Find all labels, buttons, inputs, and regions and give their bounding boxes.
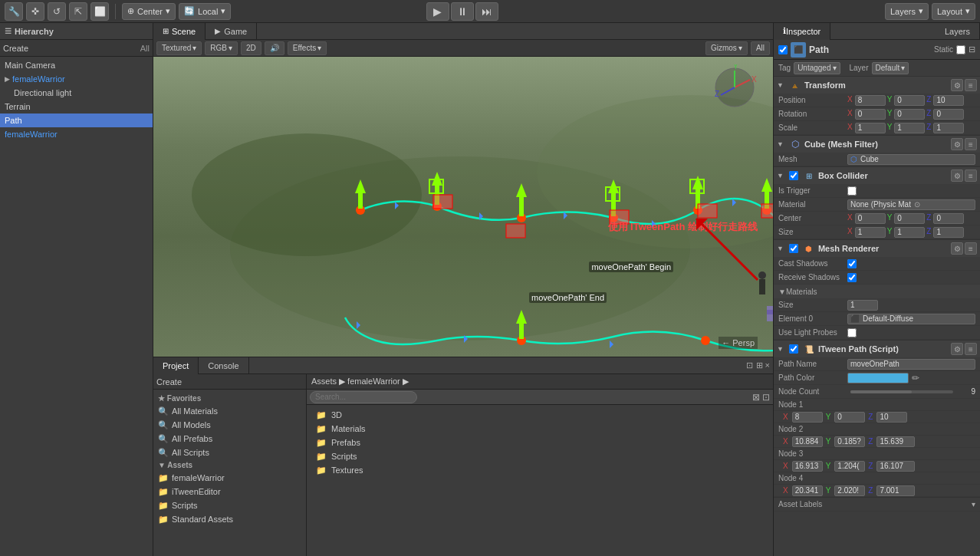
mesh-filter-header[interactable]: ▼ ⬡ Cube (Mesh Filter) ⚙ ≡	[774, 136, 980, 153]
game-tab[interactable]: ▶ Game	[206, 23, 257, 40]
project-item-all-prefabs[interactable]: 🔍 All Prefabs	[153, 432, 306, 446]
assets-item-textures[interactable]: 📁 Textures	[313, 463, 767, 477]
materials-size[interactable]: 1	[847, 300, 878, 311]
node1-z[interactable]: 10	[876, 412, 907, 423]
sz[interactable]: 1	[933, 227, 964, 238]
mesh-renderer-checkbox[interactable]	[789, 244, 798, 253]
receive-shadows-checkbox[interactable]	[847, 273, 857, 282]
node2-y[interactable]: 0.185?	[834, 436, 865, 447]
pause-button[interactable]: ⏸	[451, 2, 474, 21]
project-item-all-materials[interactable]: 🔍 All Materials	[153, 404, 306, 418]
all-btn[interactable]: All	[751, 41, 770, 55]
use-light-probes-checkbox[interactable]	[847, 328, 857, 337]
box-collider-checkbox[interactable]	[789, 171, 798, 180]
gizmos-btn[interactable]: Gizmos▾	[705, 41, 748, 55]
options-icon[interactable]: ⊟	[968, 44, 975, 54]
asset-labels-expand[interactable]: ▾	[972, 500, 975, 508]
hierarchy-item-directional-light[interactable]: Directional light	[0, 86, 153, 100]
node1-x[interactable]: 8	[792, 412, 823, 423]
node4-y[interactable]: 2.020!	[834, 485, 865, 496]
layout-dropdown[interactable]: Layout ▾	[932, 3, 975, 20]
sx[interactable]: 1	[855, 227, 886, 238]
audio-btn[interactable]: 🔊	[265, 41, 284, 55]
scale-tool[interactable]: ⇱	[69, 2, 87, 21]
assets-item-scripts[interactable]: 📁 Scripts	[313, 449, 767, 463]
mesh-filter-menu[interactable]: ≡	[965, 138, 977, 150]
node4-z[interactable]: 7.001	[876, 485, 915, 496]
project-item-itween-editor[interactable]: 📁 iTweenEditor	[153, 485, 306, 498]
console-tab[interactable]: Console	[199, 357, 248, 374]
mr-settings[interactable]: ⚙	[951, 242, 963, 255]
object-active-checkbox[interactable]	[778, 45, 788, 54]
node4-x[interactable]: 20.341	[792, 485, 823, 496]
hierarchy-item-female-warrior-parent[interactable]: ▶ femaleWarrior	[0, 72, 153, 86]
step-button[interactable]: ⏭	[475, 2, 498, 21]
project-item-scripts[interactable]: 📁 Scripts	[153, 498, 306, 512]
itween-header[interactable]: ▼ 📜 ITween Path (Script) ⚙ ≡	[774, 341, 980, 357]
rot-y[interactable]: 0	[894, 109, 925, 120]
transform-settings[interactable]: ⚙	[951, 79, 963, 91]
static-checkbox[interactable]	[956, 45, 965, 54]
hierarchy-item-path[interactable]: Path	[0, 114, 153, 127]
node3-y[interactable]: 1.204(	[834, 461, 865, 472]
node1-y[interactable]: 0	[834, 412, 865, 423]
textured-btn[interactable]: Textured▾	[156, 41, 202, 55]
mesh-renderer-header[interactable]: ▼ ⬢ Mesh Renderer ⚙ ≡	[774, 240, 980, 257]
layers-dropdown[interactable]: Layers ▾	[885, 3, 929, 20]
local-dropdown[interactable]: 🔄 Local ▾	[179, 3, 231, 20]
path-color-swatch[interactable]	[847, 373, 909, 383]
pos-y[interactable]: 0	[894, 95, 925, 106]
element0-value[interactable]: ⬛ Default-Diffuse	[847, 314, 975, 324]
itween-menu[interactable]: ≡	[965, 343, 977, 355]
hierarchy-item-main-camera[interactable]: Main Camera	[0, 58, 153, 72]
effects-btn[interactable]: Effects▾	[288, 41, 327, 55]
hierarchy-item-terrain[interactable]: Terrain	[0, 100, 153, 114]
scale-z[interactable]: 1	[933, 123, 964, 133]
layers-tab[interactable]: Layers	[936, 23, 980, 40]
tag-dropdown[interactable]: Untagged▾	[794, 62, 840, 74]
node-count-slider[interactable]	[850, 390, 953, 393]
layer-dropdown[interactable]: Default▾	[872, 62, 909, 74]
node2-z[interactable]: 15.639	[876, 436, 915, 447]
logo-btn[interactable]: 🔧	[5, 2, 23, 21]
node3-z[interactable]: 16.107	[876, 461, 915, 472]
rot-x[interactable]: 0	[855, 109, 886, 120]
project-icons[interactable]: ⊡ ⊞ ×	[746, 360, 770, 370]
cy[interactable]: 0	[894, 213, 925, 224]
assets-item-3d[interactable]: 📁 3D	[313, 408, 767, 422]
play-button[interactable]: ▶	[426, 2, 449, 21]
path-name-value[interactable]: moveOnePath	[847, 359, 975, 370]
hierarchy-item-female-warrior[interactable]: femaleWarrior	[0, 127, 153, 141]
inspector-tab[interactable]: ℹ Inspector	[774, 23, 830, 40]
assets-item-prefabs[interactable]: 📁 Prefabs	[313, 436, 767, 449]
assets-search-input[interactable]	[310, 391, 417, 403]
sy[interactable]: 1	[894, 227, 925, 238]
scene-tab[interactable]: ⊞ Scene	[153, 23, 206, 40]
pos-z[interactable]: 10	[933, 95, 964, 106]
move-tool[interactable]: ✜	[26, 2, 44, 21]
itween-checkbox[interactable]	[789, 344, 798, 354]
search-filter-icons[interactable]: ⊠ ⊡	[752, 392, 770, 403]
assets-item-materials[interactable]: 📁 Materials	[313, 422, 767, 436]
mr-menu[interactable]: ≡	[965, 242, 977, 255]
project-item-all-scripts[interactable]: 🔍 All Scripts	[153, 446, 306, 459]
box-collider-header[interactable]: ▼ ⊞ Box Collider ⚙ ≡	[774, 167, 980, 184]
cz[interactable]: 0	[933, 213, 964, 224]
mesh-value[interactable]: ⬡ Cube	[847, 154, 975, 165]
transform-header[interactable]: ▼ ⟁ Transform ⚙ ≡	[774, 77, 980, 94]
cast-shadows-checkbox[interactable]	[847, 259, 857, 268]
is-trigger-checkbox[interactable]	[847, 186, 857, 196]
project-item-all-models[interactable]: 🔍 All Models	[153, 418, 306, 432]
material-value[interactable]: None (Physic Mat ⊙	[847, 199, 975, 210]
cx[interactable]: 0	[855, 213, 886, 224]
2d-btn[interactable]: 2D	[241, 41, 261, 55]
scale-y[interactable]: 1	[894, 123, 925, 133]
transform-menu[interactable]: ≡	[965, 79, 977, 91]
rot-z[interactable]: 0	[933, 109, 964, 120]
rect-tool[interactable]: ⬜	[90, 2, 109, 21]
project-item-standard-assets[interactable]: 📁 Standard Assets	[153, 512, 306, 526]
rotate-tool[interactable]: ↺	[48, 2, 66, 21]
node3-x[interactable]: 16.913	[792, 461, 823, 472]
box-collider-settings[interactable]: ⚙	[951, 169, 963, 182]
project-tab[interactable]: Project	[153, 357, 199, 374]
